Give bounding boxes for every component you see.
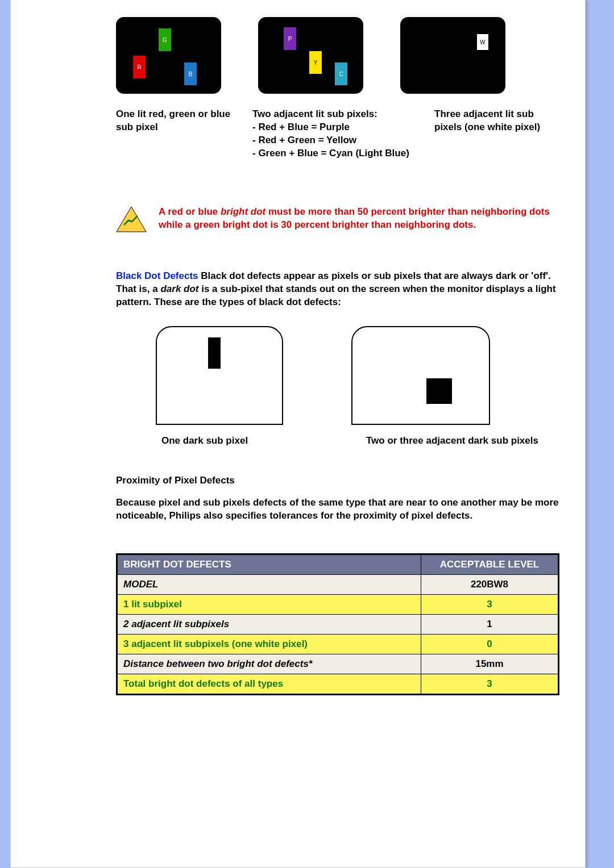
caption-two-subpixels: Two adjacent lit sub pixels: - Red + Blu… [252,108,426,160]
table-row: Distance between two bright dot defects*… [117,654,559,674]
subpixel-white-icon: W [477,34,488,50]
dark-block-big-icon [426,378,452,404]
row-value: 3 [421,595,559,615]
bright-dot-table: BRIGHT DOT DEFECTS ACCEPTABLE LEVEL MODE… [116,553,559,695]
figure-multi-dark [351,326,490,425]
row-value: 15mm [421,654,559,674]
th-level: ACCEPTABLE LEVEL [421,554,559,575]
warning-icon [116,206,147,233]
dark-dot-figures [156,326,559,425]
row-value: 3 [421,674,559,695]
table-row: 1 lit subpixel3 [117,595,559,615]
row-value: 1 [421,615,559,635]
proximity-body: Because pixel and sub pixels defects of … [116,496,559,523]
caption-three-subpixels: Three adjacent lit sub pixels (one white… [434,108,554,160]
caption-multi-dark: Two or three adjacent dark sub pixels [366,435,538,446]
figure-one-subpixel: R G B [116,17,221,94]
svg-marker-0 [117,207,146,232]
subpixel-yellow-icon: Y [309,51,322,74]
row-label: Distance between two bright dot defects* [117,654,421,674]
th-defects: BRIGHT DOT DEFECTS [117,554,421,575]
proximity-heading: Proximity of Pixel Defects [116,475,559,486]
content-area: R G B P Y C W One lit red, green or blue… [116,0,559,695]
row-label: 1 lit subpixel [117,595,421,615]
row-label: 3 adjacent lit subpixels (one white pixe… [117,635,421,654]
figure-three-subpixels: W [400,17,505,94]
figure-one-dark [156,326,283,425]
black-dot-paragraph: Black Dot Defects Black dot defects appe… [116,270,559,309]
row-value: 220BW8 [421,575,559,595]
dark-block-icon [208,337,221,369]
subpixel-purple-icon: P [284,27,296,50]
black-dot-title: Black Dot Defects [116,270,198,281]
bright-dot-captions: One lit red, green or blue sub pixel Two… [116,108,559,160]
warning-note: A red or blue bright dot must be more th… [116,206,559,233]
dark-dot-captions: One dark sub pixel Two or three adjacent… [116,435,559,446]
row-label: MODEL [117,575,421,595]
black-dot-em: dark dot [160,283,198,294]
subpixel-green-icon: G [159,28,171,51]
subpixel-red-icon: R [133,56,146,78]
row-value: 0 [421,635,559,654]
warning-text-em: bright dot [221,206,265,217]
table-row: Total bright dot defects of all types3 [117,674,559,695]
warning-text-pre: A red or blue [159,206,221,217]
subpixel-cyan-icon: C [335,62,347,85]
caption-one-subpixel: One lit red, green or blue sub pixel [116,108,244,160]
table-header-row: BRIGHT DOT DEFECTS ACCEPTABLE LEVEL [117,554,559,575]
caption-one-dark: One dark sub pixel [161,435,366,446]
table-row: MODEL220BW8 [117,575,559,595]
page-sheet: R G B P Y C W One lit red, green or blue… [10,0,586,868]
subpixel-blue-icon: B [184,62,197,85]
bright-dot-figures: R G B P Y C W [116,0,559,94]
figure-two-subpixels: P Y C [258,17,363,94]
warning-text: A red or blue bright dot must be more th… [159,206,559,233]
row-label: Total bright dot defects of all types [117,674,421,695]
table-row: 2 adjacent lit subpixels1 [117,615,559,635]
row-label: 2 adjacent lit subpixels [117,615,421,635]
table-row: 3 adjacent lit subpixels (one white pixe… [117,635,559,654]
